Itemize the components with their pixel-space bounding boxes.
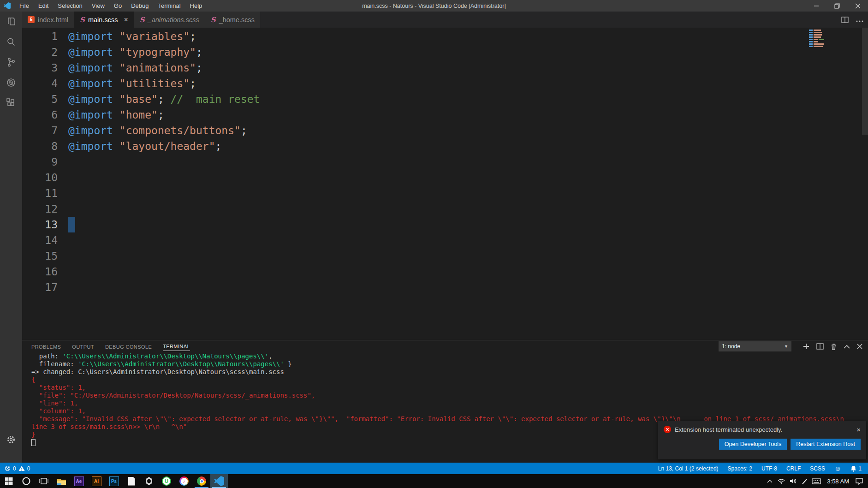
panel-tab-output[interactable]: OUTPUT: [72, 342, 94, 351]
code-line[interactable]: 11: [22, 185, 260, 201]
unity-button[interactable]: [140, 474, 158, 488]
vscode-icon: [214, 476, 224, 486]
restart-extension-host-button[interactable]: Restart Extension Host: [791, 439, 861, 450]
extensions-button[interactable]: [0, 93, 22, 113]
minimize-button[interactable]: [806, 0, 826, 12]
code-line[interactable]: 15: [22, 248, 260, 264]
explorer-button[interactable]: [0, 12, 22, 32]
after-effects-icon: Ae: [74, 476, 84, 486]
menu-help[interactable]: Help: [186, 1, 207, 11]
open-developer-tools-button[interactable]: Open Developer Tools: [719, 439, 787, 450]
photoshop-button[interactable]: Ps: [105, 474, 123, 488]
problems-summary[interactable]: 0 0: [0, 465, 30, 472]
close-window-button[interactable]: [847, 0, 868, 12]
illustrator-button[interactable]: Ai: [88, 474, 105, 488]
code-line[interactable]: 9: [22, 154, 260, 170]
code-line[interactable]: 4@import "utilities";: [22, 76, 260, 91]
chevron-up-icon[interactable]: [844, 345, 850, 349]
feedback-smiley-icon[interactable]: ☺: [834, 464, 841, 472]
menu-debug[interactable]: Debug: [127, 1, 153, 11]
code-line[interactable]: 13: [22, 217, 260, 232]
terminal-line: "line": 1,: [31, 399, 862, 407]
windows-start-icon: [5, 477, 13, 485]
code-line[interactable]: 5@import "base"; // main reset: [22, 91, 260, 107]
menu-terminal[interactable]: Terminal: [154, 1, 184, 11]
code-line[interactable]: 3@import "animations";: [22, 60, 260, 76]
html-icon: 5: [28, 16, 35, 23]
terminal-selector[interactable]: 1: node ▼: [719, 341, 791, 351]
source-control-button[interactable]: [0, 52, 22, 72]
code-area: 1@import "variables";2@import "typograph…: [22, 29, 260, 295]
errors-icon: [5, 465, 11, 471]
cortana-button[interactable]: [18, 474, 35, 488]
line-number: 16: [22, 264, 58, 280]
task-view-button[interactable]: [35, 474, 53, 488]
line-number: 11: [22, 185, 58, 201]
notepad-button[interactable]: [123, 474, 140, 488]
minimap[interactable]: [809, 30, 827, 48]
code-line[interactable]: 6@import "home";: [22, 107, 260, 123]
after-effects-button[interactable]: Ae: [70, 474, 88, 488]
debug-button[interactable]: [0, 72, 22, 93]
split-terminal-icon[interactable]: [816, 343, 824, 350]
action-center-icon[interactable]: [855, 477, 863, 485]
menu-edit[interactable]: Edit: [34, 1, 53, 11]
new-terminal-icon[interactable]: [803, 343, 809, 350]
tab-main-scss[interactable]: S main.scss ×: [74, 12, 134, 28]
pen-icon[interactable]: [801, 478, 808, 484]
tab-index-html[interactable]: 5 index.html: [22, 12, 74, 28]
tab-close-icon[interactable]: ×: [124, 16, 128, 24]
chrome-button[interactable]: [193, 474, 210, 488]
clock[interactable]: 3:58 AM: [827, 478, 849, 485]
photoshop-icon: Ps: [109, 476, 119, 486]
volume-icon[interactable]: [790, 478, 797, 484]
line-number: 6: [22, 107, 58, 123]
panel-tab-debug-console[interactable]: DEBUG CONSOLE: [105, 342, 152, 351]
language-mode[interactable]: SCSS: [810, 465, 825, 472]
code-line[interactable]: 17: [22, 280, 260, 295]
cursor-position[interactable]: Ln 13, Col 1 (2 selected): [658, 465, 719, 472]
code-line[interactable]: 14: [22, 232, 260, 248]
start-button[interactable]: [0, 474, 18, 488]
restore-button[interactable]: [826, 0, 847, 12]
wifi-icon[interactable]: [777, 478, 785, 484]
menu-file[interactable]: File: [15, 1, 33, 11]
trash-icon[interactable]: [831, 343, 837, 350]
menu-selection[interactable]: Selection: [54, 1, 86, 11]
code-line[interactable]: 10: [22, 170, 260, 185]
tray-chevron-up-icon[interactable]: [767, 479, 773, 483]
close-panel-icon[interactable]: [857, 344, 862, 349]
tab-animations-scss[interactable]: S _animations.scss: [134, 12, 205, 28]
indentation[interactable]: Spaces: 2: [728, 465, 752, 472]
code-line[interactable]: 16: [22, 264, 260, 280]
notifications-bell[interactable]: 1: [850, 465, 862, 472]
more-actions-icon[interactable]: [856, 16, 863, 24]
menu-view[interactable]: View: [88, 1, 109, 11]
split-editor-icon[interactable]: [841, 17, 849, 23]
code-editor[interactable]: 1@import "variables";2@import "typograph…: [22, 28, 868, 340]
itunes-button[interactable]: ♪: [175, 474, 193, 488]
code-line[interactable]: 12: [22, 201, 260, 217]
panel-tab-problems[interactable]: PROBLEMS: [31, 342, 61, 351]
panel-tab-terminal[interactable]: TERMINAL: [163, 342, 190, 351]
gear-icon: [6, 434, 17, 445]
vscode-taskbar-button[interactable]: [210, 474, 228, 488]
tab-home-scss[interactable]: S _home.scss: [205, 12, 261, 28]
error-icon: ✕: [664, 426, 671, 433]
encoding[interactable]: UTF-8: [761, 465, 777, 472]
code-line[interactable]: 1@import "variables";: [22, 29, 260, 44]
eol-sequence[interactable]: CRLF: [786, 465, 801, 472]
green-u-app-button[interactable]: U: [158, 474, 175, 488]
menu-go[interactable]: Go: [110, 1, 126, 11]
notification-close-icon[interactable]: ×: [856, 426, 861, 433]
code-line[interactable]: 7@import "componets/buttons";: [22, 123, 260, 138]
code-line[interactable]: 2@import "typography";: [22, 44, 260, 60]
document-icon: [128, 477, 135, 486]
search-button[interactable]: [0, 32, 22, 52]
code-line[interactable]: 8@import "layout/header";: [22, 138, 260, 154]
keyboard-icon[interactable]: [812, 478, 821, 484]
file-explorer-button[interactable]: [53, 474, 70, 488]
editor-scrollbar[interactable]: [862, 28, 868, 135]
line-number: 14: [22, 232, 58, 248]
settings-button[interactable]: [0, 429, 22, 450]
